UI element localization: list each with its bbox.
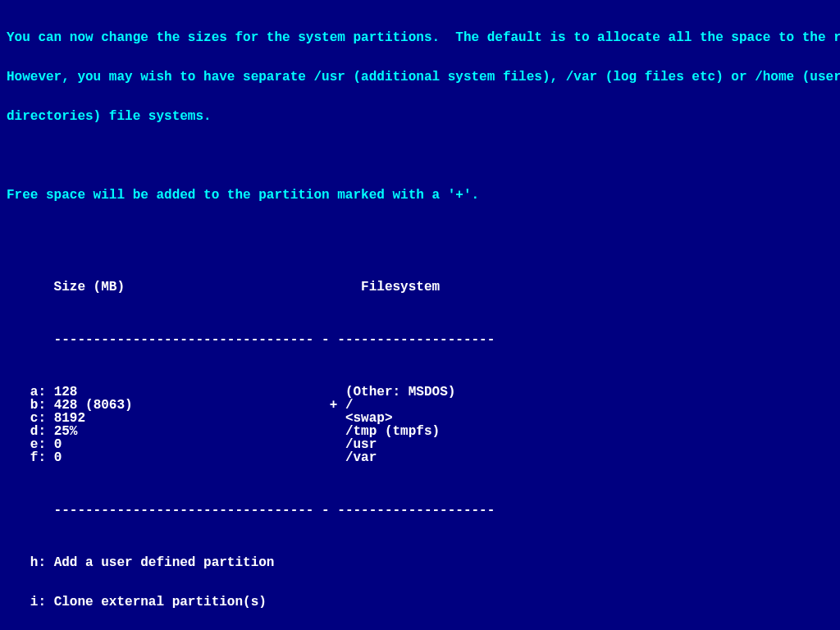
menu-key: h: bbox=[30, 555, 46, 570]
blank-line bbox=[7, 228, 833, 241]
menu-label: Clone external partition(s) bbox=[54, 595, 267, 609]
partition-row-f[interactable]: f: 0 /var bbox=[7, 451, 833, 464]
header-size: Size (MB) bbox=[54, 280, 125, 294]
partition-filesystem: /var bbox=[345, 450, 377, 465]
menu-key: f: bbox=[30, 450, 46, 465]
partition-size: 0 bbox=[54, 450, 330, 465]
partition-row-d[interactable]: d: 25% /tmp (tmpfs) bbox=[7, 425, 833, 438]
intro-line-2: However, you may wish to have separate /… bbox=[7, 71, 833, 84]
partition-row-b[interactable]: b: 428 (8063) + / bbox=[7, 399, 833, 412]
intro-line-3: directories) file systems. bbox=[7, 110, 833, 123]
partition-sizer-screen: You can now change the sizes for the sys… bbox=[0, 0, 840, 630]
free-space-marker bbox=[330, 450, 338, 465]
menu-label: Add a user defined partition bbox=[54, 555, 275, 570]
table-divider-bottom: --------------------------------- - ----… bbox=[7, 504, 833, 517]
partition-row-c[interactable]: c: 8192 <swap> bbox=[7, 412, 833, 425]
partition-row-a[interactable]: a: 128 (Other: MSDOS) bbox=[7, 386, 833, 399]
intro-line-1: You can now change the sizes for the sys… bbox=[7, 31, 833, 44]
table-divider-top: --------------------------------- - ----… bbox=[7, 333, 833, 346]
menu-key: i: bbox=[30, 595, 46, 609]
table-header: Size (MB) Filesystem bbox=[7, 281, 833, 294]
partition-filesystem: (Other: MSDOS) bbox=[345, 385, 455, 399]
partition-row-e[interactable]: e: 0 /usr bbox=[7, 438, 833, 451]
blank-line bbox=[7, 149, 833, 162]
header-fs: Filesystem bbox=[361, 280, 440, 294]
action-h[interactable]: h: Add a user defined partition bbox=[7, 556, 833, 569]
intro-line-5: Free space will be added to the partitio… bbox=[7, 189, 833, 202]
action-i[interactable]: i: Clone external partition(s) bbox=[7, 596, 833, 609]
